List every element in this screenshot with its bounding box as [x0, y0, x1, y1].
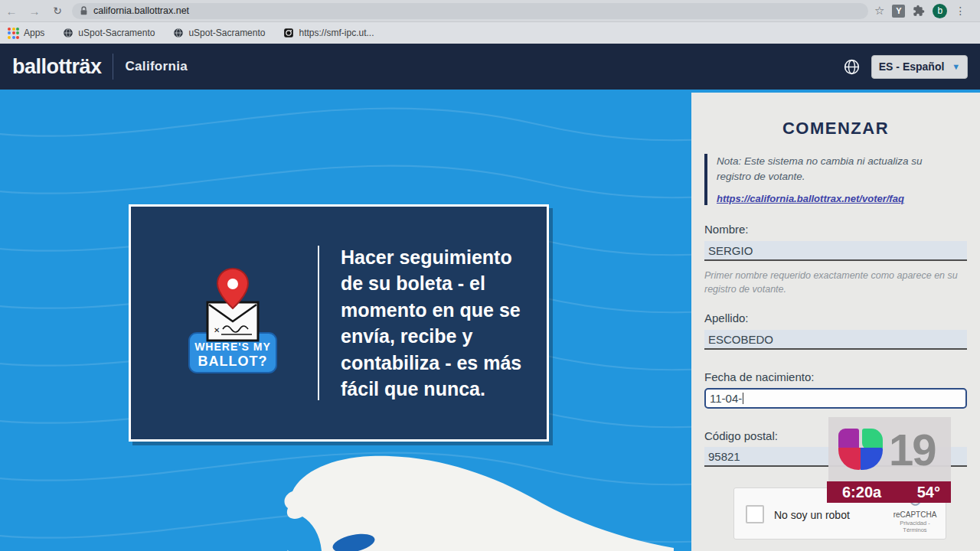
first-name-label: Nombre: — [704, 223, 749, 236]
california-bear — [231, 448, 674, 551]
hero-message: Hacer seguimiento de su boleta - el mome… — [341, 244, 538, 403]
zip-label: Código postal: — [704, 429, 778, 442]
last-name-label: Apellido: — [704, 311, 749, 324]
hero-card: ✕ WHERE'S MY BALLOT? Hacer seguimiento d… — [129, 204, 549, 442]
overlay-temp: 54° — [917, 484, 940, 501]
zip-value: 95821 — [708, 450, 740, 463]
globe-favicon — [63, 28, 74, 38]
badge-line-1: WHERE'S MY — [194, 341, 271, 353]
panel-title: COMENZAR — [691, 119, 980, 139]
overlay-time: 6:20a — [842, 484, 881, 501]
bookmark-label: https://smf-ipc.ut... — [299, 28, 374, 38]
chevron-down-icon: ▼ — [952, 62, 960, 71]
language-label: ES - Español — [879, 60, 945, 73]
back-button[interactable]: ← — [0, 5, 23, 18]
recaptcha-checkbox[interactable] — [746, 505, 764, 523]
first-name-input[interactable]: SERGIO — [704, 241, 967, 261]
extension-y-icon[interactable]: Y — [892, 5, 905, 18]
forward-button[interactable]: → — [23, 5, 46, 18]
first-name-value: SERGIO — [708, 244, 753, 257]
channel-number: 19 — [889, 424, 936, 475]
apps-grid-icon — [8, 28, 19, 39]
browser-menu-icon[interactable]: ⋮ — [955, 5, 965, 17]
bookmark-label: Apps — [24, 28, 44, 38]
extensions-puzzle-icon[interactable] — [913, 5, 925, 17]
toolbar-actions: ☆ Y b ⋮ — [874, 4, 965, 18]
recaptcha-brand: reCAPTCHA — [890, 510, 939, 519]
reload-button[interactable]: ↻ — [46, 5, 69, 17]
site-header: ballotträx California ES - Español ▼ — [0, 44, 980, 90]
region-label: California — [126, 59, 188, 74]
text-cursor — [743, 393, 743, 404]
birth-date-label: Fecha de nacimiento: — [704, 370, 814, 383]
camera-favicon — [283, 28, 294, 38]
bookmark-label: uSpot-Sacramento — [78, 28, 155, 38]
birth-date-value: 11-04- — [710, 392, 742, 405]
birth-date-input[interactable]: 11-04- — [704, 388, 967, 409]
faq-link[interactable]: https://california.ballottrax.net/voter/… — [717, 193, 904, 204]
wheres-my-ballot-graphic: ✕ WHERE'S MY BALLOT? — [175, 264, 290, 383]
badge-line-2: BALLOT? — [198, 354, 268, 369]
last-name-input[interactable]: ESCOBEDO — [704, 330, 967, 350]
language-selector[interactable]: ES - Español ▼ — [871, 55, 968, 79]
note-block: Nota: Este sistema no cambia ni actualiz… — [704, 154, 959, 205]
first-name-helper: Primer nombre requerido exactamente como… — [704, 269, 965, 296]
browser-toolbar: ← → ↻ california.ballottrax.net ☆ Y b ⋮ — [0, 0, 980, 22]
bookmark-star-icon[interactable]: ☆ — [874, 4, 884, 18]
recaptcha-links[interactable]: Privacidad - Términos — [890, 520, 939, 533]
bookmark-label: uSpot-Sacramento — [188, 28, 265, 38]
globe-favicon — [173, 28, 184, 38]
bookmark-uspot-2[interactable]: uSpot-Sacramento — [173, 28, 265, 38]
ballot-x-mark: ✕ — [214, 326, 220, 334]
lock-icon — [80, 5, 88, 16]
bookmarks-bar: Apps uSpot-Sacramento uSpot-Sacramento — [0, 22, 980, 44]
header-divider — [113, 54, 113, 80]
bookmark-uspot-1[interactable]: uSpot-Sacramento — [63, 28, 155, 38]
last-name-value: ESCOBEDO — [708, 333, 773, 346]
url-text: california.ballottrax.net — [93, 5, 189, 16]
time-temp-bar: 6:20a 54° — [827, 481, 951, 503]
bookmark-smf[interactable]: https://smf-ipc.ut... — [283, 28, 374, 38]
ballottrax-logo[interactable]: ballotträx — [12, 55, 102, 79]
univision-logo-icon — [838, 429, 883, 470]
card-divider — [318, 246, 319, 400]
address-bar[interactable]: california.ballottrax.net — [72, 3, 868, 19]
screen: ← → ↻ california.ballottrax.net ☆ Y b ⋮ — [0, 0, 980, 551]
univision-bug: 19 6:20a 54° — [827, 417, 951, 503]
profile-avatar[interactable]: b — [933, 4, 947, 18]
univision-logo-box: 19 — [828, 417, 951, 481]
globe-icon[interactable] — [843, 58, 861, 76]
apps-shortcut[interactable]: Apps — [8, 28, 44, 39]
recaptcha-label: No soy un robot — [774, 509, 850, 521]
note-text: Nota: Este sistema no cambia ni actualiz… — [717, 154, 959, 184]
